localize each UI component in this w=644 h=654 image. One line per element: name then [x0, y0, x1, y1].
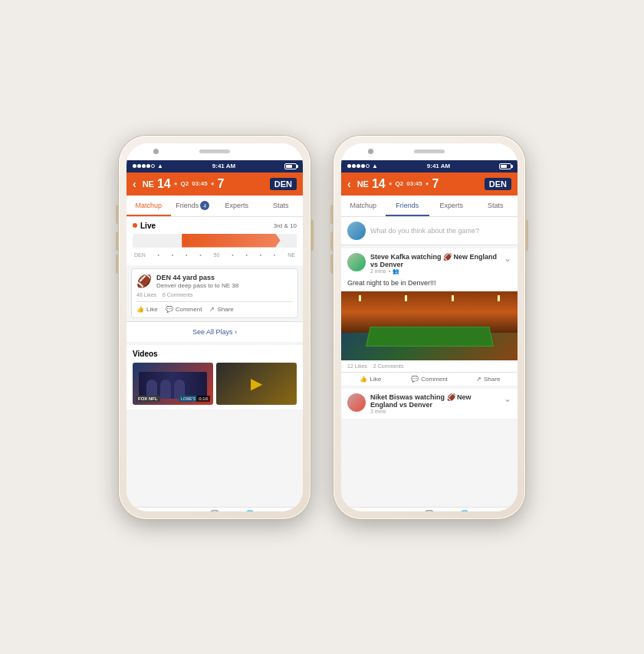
play-card: 🏈 DEN 44 yard pass Denver deep pass to t…: [131, 268, 298, 318]
post-visibility-1: 👥: [393, 268, 399, 274]
tab-experts-left[interactable]: Experts: [215, 196, 259, 216]
post-share-icon-1: ↗: [476, 376, 481, 383]
phone-top-left: [127, 143, 303, 160]
yard-den: DEN: [134, 252, 146, 258]
notifications-icon-left: 🌐: [245, 510, 255, 511]
tab-experts-right[interactable]: Experts: [429, 196, 474, 216]
quarter-right: Q2: [396, 180, 404, 187]
score-sep-right: ●: [389, 180, 393, 187]
see-all-plays[interactable]: See All Plays ›: [127, 321, 303, 342]
battery-icon: [284, 163, 297, 169]
tab-stats-left[interactable]: Stats: [259, 196, 304, 216]
score-left-section: ‹ NE 14 ● Q2 03:45 ● 7: [133, 177, 224, 191]
stadium-field: [366, 326, 494, 346]
messenger-icon-right: 💬: [424, 510, 435, 511]
score-ne-left: 14: [157, 177, 171, 191]
nav-messenger-right[interactable]: 💬 Messenger: [412, 510, 447, 511]
tab-friends-right[interactable]: Friends: [386, 196, 430, 216]
speaker-left: [199, 150, 230, 153]
requests-icon-right: 👥: [389, 510, 399, 511]
score-sep2-right: ●: [426, 180, 429, 187]
steve-avatar: [347, 253, 366, 271]
post-time-2: 3 mins: [370, 409, 386, 414]
newsfeed-icon: ⊞: [141, 510, 148, 511]
post-header-2: Niket Biswas watching 🏈 New England vs D…: [341, 389, 518, 419]
tab-bar-right: Matchup Friends Experts Stats: [341, 196, 518, 217]
nav-requests-right[interactable]: 👥 Requests: [376, 510, 412, 511]
like-icon: 👍: [136, 306, 144, 313]
video-thumb-2[interactable]: ▶: [216, 363, 297, 405]
play-actions: 👍 Like 💬 Comment ↗ Share: [136, 301, 293, 313]
score-separator-left: ●: [174, 180, 178, 187]
status-bar-right: ▲ 9:41 AM: [341, 160, 518, 173]
phone-right: ▲ 9:41 AM ‹ NE 14 ● Q2 03:45: [334, 136, 525, 519]
comment-action[interactable]: 💬 Comment: [166, 306, 202, 313]
field-arrow: [182, 234, 280, 248]
videos-title: Videos: [133, 350, 297, 358]
nav-more-right[interactable]: ≡ More: [482, 511, 518, 511]
post-comment-1[interactable]: 💬 Comment: [400, 376, 459, 383]
status-right-right: [499, 163, 511, 169]
post-dropdown-1[interactable]: ⌄: [504, 253, 511, 264]
back-button-left[interactable]: ‹: [133, 178, 136, 190]
live-dot: [133, 223, 137, 228]
post-meta-1: 2 mins • 👥: [370, 268, 499, 274]
post-time-1: 2 mins: [370, 268, 386, 274]
post-like-icon-1: 👍: [360, 376, 367, 383]
share-action[interactable]: ↗ Share: [209, 306, 233, 313]
comment-label: Comment: [176, 306, 202, 313]
tab-matchup-left[interactable]: Matchup: [127, 196, 171, 216]
yard-ne: NE: [288, 252, 295, 258]
post-likes-1: 12 Likes: [347, 363, 367, 369]
nav-newsfeed-right[interactable]: ⊞ News Feed: [341, 510, 376, 511]
live-section: Live 3rd & 10 DEN • • • • 50 •: [127, 217, 303, 265]
tab-matchup-label-right: Matchup: [350, 202, 376, 209]
play-card-text: DEN 44 yard pass Denver deep pass to to …: [156, 274, 238, 289]
nav-more-left[interactable]: ≡ More: [268, 511, 303, 511]
post-info-1: Steve Kafka watching 🏈 New England vs De…: [370, 253, 499, 274]
tab-matchup-right[interactable]: Matchup: [341, 196, 386, 216]
light-2: [405, 295, 407, 301]
quarter-left: Q2: [181, 180, 189, 187]
post-image-1: [341, 291, 518, 360]
comment-icon: 💬: [166, 306, 173, 313]
video-thumb-1[interactable]: FOX NFL LOWE'S 0:16: [133, 363, 213, 405]
nav-newsfeed-left[interactable]: ⊞ News Feed: [127, 510, 162, 511]
nav-notifications-left[interactable]: 🌐 Notifications: [232, 510, 268, 511]
nav-messenger-left[interactable]: 💬 Messenger: [197, 510, 232, 511]
stadium-lights: [359, 295, 500, 301]
score-ne-right: 14: [372, 177, 386, 191]
video-thumbnails: FOX NFL LOWE'S 0:16 ▶: [133, 363, 297, 405]
post-like-1[interactable]: 👍 Like: [341, 376, 400, 383]
live-header: Live 3rd & 10: [133, 222, 297, 230]
nav-notifications-right[interactable]: 🌐 Notifications: [447, 510, 482, 511]
front-camera-left: [153, 149, 159, 154]
more-icon-right: ≡: [498, 511, 502, 511]
like-action[interactable]: 👍 Like: [136, 306, 158, 313]
tab-experts-label-right: Experts: [439, 202, 463, 209]
share-icon: ↗: [209, 306, 215, 313]
post-username-2: Niket Biswas watching 🏈 New England vs D…: [370, 393, 499, 409]
play-subtitle: Denver deep pass to to NE 38: [156, 282, 238, 289]
play-likes: 48 Likes: [136, 292, 156, 297]
tab-experts-label-left: Experts: [225, 202, 248, 209]
back-button-right[interactable]: ‹: [347, 178, 351, 190]
post-share-1[interactable]: ↗ Share: [458, 376, 518, 383]
team-den-left: DEN: [270, 178, 297, 190]
post-text-1: Great night to be in Denver!!!: [341, 279, 518, 291]
video-duration-1: 0:16: [196, 396, 210, 402]
score-den-left: 7: [218, 177, 225, 191]
post-dropdown-2[interactable]: ⌄: [504, 393, 511, 404]
phone-left-screen: ▲ 9:41 AM ‹ NE 14 ● Q2 03:45: [127, 143, 303, 511]
nav-requests-left[interactable]: 👥 Requests: [162, 510, 197, 511]
phone-right-shell: ▲ 9:41 AM ‹ NE 14 ● Q2 03:45: [334, 136, 525, 519]
fox-logo: FOX NFL: [136, 396, 160, 402]
score-header-left: ‹ NE 14 ● Q2 03:45 ● 7 DEN: [127, 173, 303, 196]
tab-stats-right[interactable]: Stats: [474, 196, 518, 216]
time-left: 03:45: [192, 180, 207, 187]
tab-friends-left[interactable]: Friends 4: [171, 196, 215, 216]
play-stats: 48 Likes 6 Comments: [136, 292, 293, 297]
time-right: 03:45: [406, 180, 422, 187]
score-den-right: 7: [432, 177, 439, 191]
compose-placeholder[interactable]: What do you think about the game?: [370, 227, 479, 235]
